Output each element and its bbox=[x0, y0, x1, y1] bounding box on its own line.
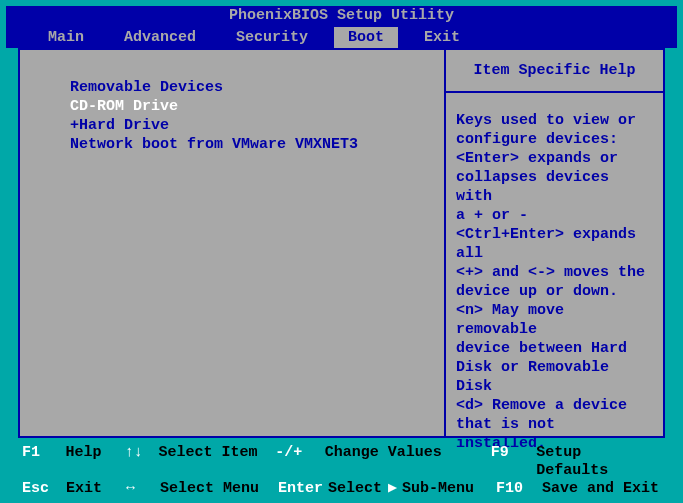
hint-select-menu: Select Menu bbox=[160, 480, 278, 498]
key-esc: Esc bbox=[22, 480, 66, 498]
help-panel: Item Specific Help Keys used to view or … bbox=[446, 50, 663, 436]
arrow-right-icon: ▶ bbox=[388, 480, 402, 498]
footer-row-2: Esc Exit ↔ Select Menu Enter Select ▶ Su… bbox=[22, 480, 661, 498]
boot-order-panel: Removable Devices CD-ROM Drive +Hard Dri… bbox=[20, 50, 446, 436]
prefix: + bbox=[70, 117, 79, 134]
boot-item-label: Network boot from VMware VMXNET3 bbox=[70, 136, 358, 153]
hint-help: Help bbox=[66, 444, 125, 480]
boot-item-label: Hard Drive bbox=[79, 117, 169, 134]
hint-save-exit: Save and Exit bbox=[542, 480, 659, 498]
tab-main[interactable]: Main bbox=[34, 27, 98, 48]
hint-change-values: Change Values bbox=[325, 444, 491, 480]
tab-exit[interactable]: Exit bbox=[410, 27, 474, 48]
key-plusminus: -/+ bbox=[275, 444, 324, 480]
footer-row-1: F1 Help ↑↓ Select Item -/+ Change Values… bbox=[22, 444, 661, 480]
boot-item-cdrom[interactable]: CD-ROM Drive bbox=[70, 97, 444, 116]
key-updown-icon: ↑↓ bbox=[125, 444, 159, 480]
key-enter: Enter bbox=[278, 480, 328, 498]
key-f9: F9 bbox=[491, 444, 537, 480]
menu-bar: Main Advanced Security Boot Exit bbox=[6, 26, 677, 48]
hint-submenu: Sub-Menu bbox=[402, 480, 496, 498]
boot-item-removable[interactable]: Removable Devices bbox=[70, 78, 444, 97]
footer-hints: F1 Help ↑↓ Select Item -/+ Change Values… bbox=[6, 438, 677, 502]
boot-item-harddrive[interactable]: +Hard Drive bbox=[70, 116, 444, 135]
help-title: Item Specific Help bbox=[446, 50, 663, 93]
hint-setup-defaults: Setup Defaults bbox=[536, 444, 661, 480]
help-body: Keys used to view or configure devices: … bbox=[446, 93, 663, 453]
boot-item-label: CD-ROM Drive bbox=[70, 98, 178, 115]
key-f10: F10 bbox=[496, 480, 542, 498]
content-area: Removable Devices CD-ROM Drive +Hard Dri… bbox=[18, 48, 665, 438]
tab-security[interactable]: Security bbox=[222, 27, 322, 48]
key-leftright-icon: ↔ bbox=[126, 480, 160, 498]
key-f1: F1 bbox=[22, 444, 66, 480]
hint-exit: Exit bbox=[66, 480, 126, 498]
hint-select: Select bbox=[328, 480, 388, 498]
bios-title: PhoenixBIOS Setup Utility bbox=[6, 6, 677, 26]
hint-select-item: Select Item bbox=[158, 444, 275, 480]
boot-item-network[interactable]: Network boot from VMware VMXNET3 bbox=[70, 135, 444, 154]
boot-item-label: Removable Devices bbox=[70, 79, 223, 96]
tab-boot[interactable]: Boot bbox=[334, 27, 398, 48]
tab-advanced[interactable]: Advanced bbox=[110, 27, 210, 48]
